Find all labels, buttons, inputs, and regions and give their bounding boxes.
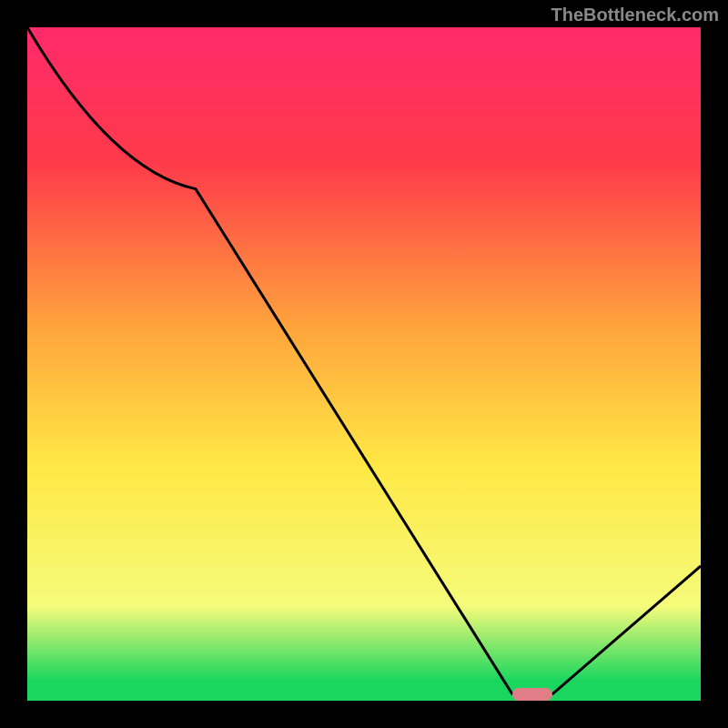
plot-area xyxy=(27,27,701,701)
attribution-text: TheBottleneck.com xyxy=(551,5,719,25)
bottleneck-curve xyxy=(27,27,701,701)
chart-container: TheBottleneck.com xyxy=(0,0,728,728)
optimal-marker xyxy=(512,688,552,701)
